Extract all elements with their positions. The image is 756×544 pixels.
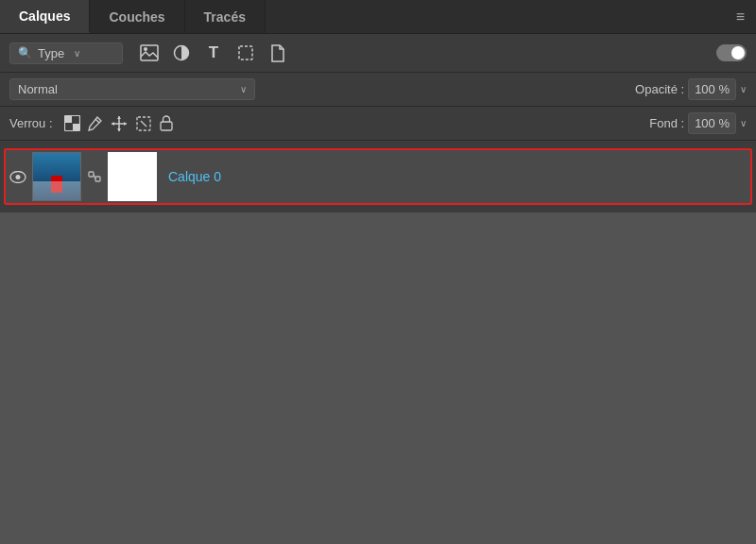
layers-panel: Calques Couches Tracés ≡ 🔍 Type ∨ (0, 0, 756, 212)
filter-row: 🔍 Type ∨ T (0, 34, 756, 73)
tab-bar: Calques Couches Tracés ≡ (0, 0, 756, 34)
filter-document-icon[interactable] (266, 42, 289, 64)
layers-list: Calque 0 (0, 141, 756, 212)
checkerboard-svg (64, 115, 80, 131)
svg-marker-12 (112, 122, 114, 126)
fill-group: Fond : 100 % ∨ (649, 112, 747, 134)
layer-image-thumbnail (32, 152, 81, 201)
lock-row: Verrou : (0, 107, 756, 141)
fill-chevron-icon: ∨ (740, 118, 747, 128)
filter-shape-icon[interactable] (234, 42, 257, 64)
document-icon-svg (270, 44, 285, 62)
shape-icon-svg (237, 44, 254, 61)
tab-calques[interactable]: Calques (0, 0, 90, 33)
search-icon: 🔍 (18, 46, 32, 60)
panel-menu-icon[interactable]: ≡ (725, 0, 756, 33)
lock-move-icon[interactable] (111, 115, 128, 132)
lock-brush-icon[interactable] (88, 115, 103, 132)
lock-checkerboard-icon[interactable] (64, 115, 80, 131)
blend-mode-row: Normal ∨ Opacité : 100 % ∨ (0, 73, 756, 107)
verrou-label: Verrou : (9, 116, 53, 130)
svg-marker-10 (117, 116, 121, 119)
opacity-chevron-icon: ∨ (740, 84, 747, 94)
filter-toggle[interactable] (716, 44, 747, 61)
lock-icons-group (64, 115, 173, 132)
filter-image-icon[interactable] (138, 42, 161, 64)
crop-svg (135, 115, 152, 132)
toggle-knob (731, 46, 745, 60)
move-svg (111, 115, 128, 132)
filter-adjustment-icon[interactable] (170, 42, 193, 64)
svg-rect-3 (239, 46, 252, 60)
layer-mask-thumbnail (108, 152, 157, 201)
lock-crop-icon[interactable] (135, 115, 152, 132)
brush-svg (88, 115, 103, 132)
svg-rect-19 (89, 172, 94, 177)
fill-value[interactable]: 100 % (688, 112, 736, 134)
text-T-icon: T (209, 43, 218, 62)
svg-line-7 (95, 119, 99, 123)
svg-marker-11 (117, 128, 121, 131)
opacity-label: Opacité : (635, 82, 684, 96)
fill-label: Fond : (649, 116, 684, 130)
layer-name: Calque 0 (168, 169, 221, 184)
layer-link-icon (87, 169, 102, 184)
tab-traces[interactable]: Tracés (185, 0, 266, 33)
svg-marker-13 (124, 122, 127, 126)
layer-visibility-toggle[interactable] (9, 171, 26, 183)
blend-mode-dropdown[interactable]: Normal ∨ (9, 78, 255, 100)
svg-point-18 (16, 175, 21, 179)
tab-couches[interactable]: Couches (90, 0, 184, 33)
svg-line-15 (141, 121, 146, 127)
blend-chevron-icon: ∨ (240, 84, 247, 94)
svg-rect-16 (161, 122, 172, 130)
svg-rect-5 (65, 116, 72, 123)
eye-icon (9, 171, 26, 183)
opacity-group: Opacité : 100 % ∨ (635, 78, 747, 100)
lock-padlock-icon[interactable] (160, 115, 173, 131)
chain-link-svg (88, 169, 101, 184)
svg-line-21 (94, 175, 95, 179)
opacity-value[interactable]: 100 % (688, 78, 736, 100)
svg-rect-20 (95, 177, 100, 181)
chevron-down-icon: ∨ (74, 48, 80, 59)
svg-point-1 (144, 47, 147, 51)
svg-rect-0 (141, 45, 158, 60)
layer-item[interactable]: Calque 0 (4, 148, 752, 205)
filter-type-dropdown[interactable]: 🔍 Type ∨ (9, 42, 123, 64)
filter-icons-group: T (138, 42, 289, 64)
padlock-svg (160, 115, 173, 131)
adjustment-icon-svg (173, 44, 190, 61)
image-icon-svg (140, 44, 159, 61)
filter-text-icon[interactable]: T (202, 42, 225, 64)
svg-rect-6 (73, 124, 79, 130)
